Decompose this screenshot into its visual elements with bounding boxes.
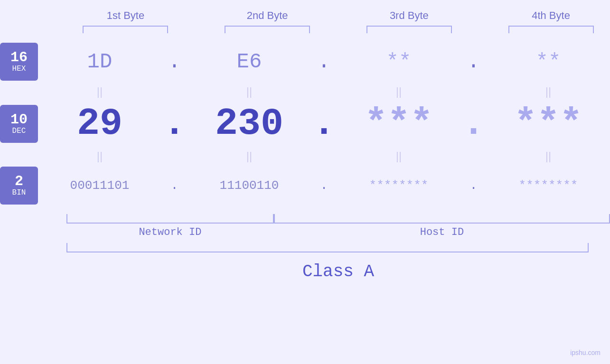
hex-val-4: **: [487, 50, 610, 74]
eq-1-3: ||: [337, 85, 460, 98]
bottom-labels: Network ID Host ID: [66, 226, 610, 238]
byte3-header: 3rd Byte: [350, 9, 468, 22]
bottom-brackets: [66, 209, 610, 224]
dec-val-3: ***: [337, 102, 460, 145]
eq-2-2: ||: [188, 149, 311, 163]
hex-dot-3: .: [460, 50, 487, 74]
hex-val-1: 1D: [38, 50, 161, 74]
eq-cells-1: || || || ||: [38, 85, 610, 98]
dec-badge-col: 10 DEC: [0, 105, 38, 143]
byte2-header: 2nd Byte: [208, 9, 327, 22]
bracket-byte3: [350, 26, 468, 33]
dec-dot-1: .: [161, 102, 188, 145]
bin-row: 2 BIN 00011101 . 11100110 . ******** .: [0, 167, 610, 205]
bracket-line-4: [508, 26, 594, 33]
equals-row-1: || || || ||: [0, 81, 610, 102]
dec-dot-3: .: [460, 102, 487, 145]
top-brackets: [0, 26, 610, 33]
eq-1-4: ||: [487, 85, 610, 98]
watermark: ipshu.com: [570, 349, 601, 356]
dec-val-4: ***: [487, 102, 610, 145]
bin-val-1: 00011101: [38, 178, 161, 193]
eq-2-3: ||: [337, 149, 460, 163]
dec-val-1: 29: [38, 102, 161, 145]
byte-headers: 1st Byte 2nd Byte 3rd Byte 4th Byte: [0, 9, 610, 22]
bin-badge-num: 2: [15, 174, 23, 188]
hex-dot-1: .: [161, 50, 188, 74]
dec-cells: 29 . 230 . *** . ***: [38, 102, 610, 145]
dec-badge-num: 10: [10, 112, 28, 127]
bin-val-2: 11100110: [188, 178, 311, 193]
bottom-section: Network ID Host ID: [0, 209, 610, 238]
bin-badge: 2 BIN: [0, 167, 38, 205]
byte4-header: 4th Byte: [492, 9, 610, 22]
eq-cells-2: || || || ||: [38, 149, 610, 163]
hex-val-3: **: [337, 50, 460, 74]
main-container: 1st Byte 2nd Byte 3rd Byte 4th Byte 16 H…: [0, 0, 610, 364]
full-bracket: [66, 243, 589, 252]
dec-dot-2: .: [311, 102, 337, 145]
equals-row-2: || || || ||: [0, 145, 610, 167]
bin-dot-2: .: [311, 178, 337, 193]
bracket-line-2: [225, 26, 310, 33]
hex-badge-num: 16: [10, 50, 28, 65]
bin-val-3: ********: [337, 178, 460, 193]
network-bracket: [66, 214, 274, 224]
hex-row: 16 HEX 1D . E6 . ** . **: [0, 43, 610, 81]
class-label: Class A: [0, 262, 610, 281]
hex-badge: 16 HEX: [0, 43, 38, 81]
bin-badge-col: 2 BIN: [0, 167, 38, 205]
dec-badge: 10 DEC: [0, 105, 38, 143]
bracket-line-1: [83, 26, 168, 33]
dec-val-2: 230: [188, 102, 311, 145]
hex-val-2: E6: [188, 50, 311, 74]
eq-2-1: ||: [38, 149, 161, 163]
bracket-byte1: [66, 26, 185, 33]
bin-dot-1: .: [161, 178, 188, 193]
eq-2-4: ||: [487, 149, 610, 163]
bin-badge-label: BIN: [12, 188, 26, 197]
bracket-byte2: [208, 26, 327, 33]
bin-val-4: ********: [487, 178, 610, 193]
host-id-label: Host ID: [274, 226, 610, 238]
dec-badge-label: DEC: [12, 127, 26, 135]
hex-badge-label: HEX: [12, 65, 26, 73]
dec-row: 10 DEC 29 . 230 . *** . ***: [0, 102, 610, 145]
eq-1-2: ||: [188, 85, 311, 98]
hex-dot-2: .: [311, 50, 337, 74]
bin-dot-3: .: [460, 178, 487, 193]
eq-1-1: ||: [38, 85, 161, 98]
hex-badge-col: 16 HEX: [0, 43, 38, 81]
hex-cells: 1D . E6 . ** . **: [38, 50, 610, 74]
byte1-header: 1st Byte: [66, 9, 185, 22]
bracket-line-3: [366, 26, 452, 33]
bracket-byte4: [492, 26, 610, 33]
network-id-label: Network ID: [66, 226, 274, 238]
host-bracket: [274, 214, 610, 224]
bin-cells: 00011101 . 11100110 . ******** . *******…: [38, 178, 610, 193]
full-bracket-row: [0, 243, 610, 252]
